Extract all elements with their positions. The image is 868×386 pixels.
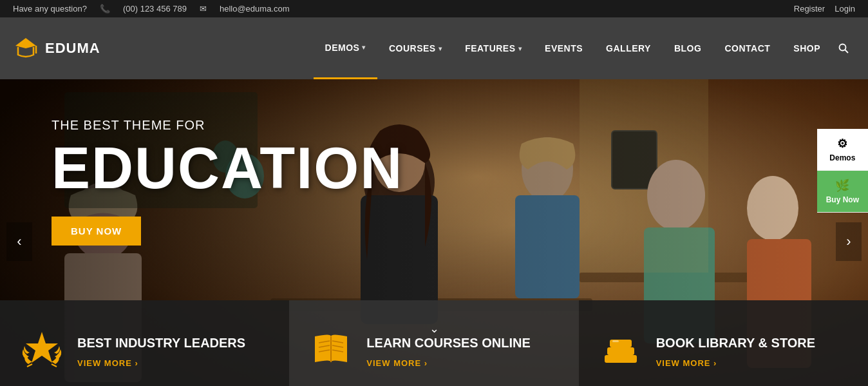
header: EDUMA DEMOS ▾ COURSES ▾ FEATURES ▾ EVENT… bbox=[0, 17, 868, 79]
nav-item-courses[interactable]: COURSES ▾ bbox=[377, 17, 453, 79]
carousel-prev-button[interactable]: ‹ bbox=[6, 222, 32, 261]
nav-item-gallery[interactable]: GALLERY bbox=[594, 17, 663, 79]
main-nav: DEMOS ▾ COURSES ▾ FEATURES ▾ EVENTS GALL… bbox=[314, 17, 855, 79]
nav-item-events[interactable]: EVENTS bbox=[533, 17, 594, 79]
feature-text-leaders: BEST INDUSTRY LEADERS VIEW MORE bbox=[77, 335, 245, 369]
chevron-down-icon: ▾ bbox=[439, 45, 442, 52]
top-bar-right: Register Login bbox=[794, 4, 855, 14]
login-link[interactable]: Login bbox=[835, 4, 855, 14]
demos-side-button[interactable]: ⚙ Demos bbox=[817, 129, 868, 171]
feature-link-courses[interactable]: VIEW MORE bbox=[366, 358, 428, 368]
leaf-icon: 🌿 bbox=[835, 179, 849, 193]
search-button[interactable] bbox=[832, 17, 855, 79]
svg-rect-32 bbox=[607, 347, 634, 355]
register-link[interactable]: Register bbox=[794, 4, 825, 14]
logo-icon bbox=[13, 35, 39, 61]
nav-item-contact[interactable]: CONTACT bbox=[713, 17, 782, 79]
nav-item-demos[interactable]: DEMOS ▾ bbox=[314, 17, 377, 79]
hero-content: THE BEST THEME FOR EDUCATION BUY NOW bbox=[52, 118, 403, 246]
chevron-down-icon: ▾ bbox=[362, 44, 366, 51]
hero-section: THE BEST THEME FOR EDUCATION BUY NOW ‹ ›… bbox=[0, 79, 868, 386]
svg-rect-34 bbox=[612, 340, 619, 342]
top-bar: Have any question? 📞 (00) 123 456 789 ✉ … bbox=[0, 0, 868, 17]
svg-line-3 bbox=[845, 50, 849, 53]
feature-title-courses: LEARN COURSES ONLINE bbox=[366, 335, 530, 351]
library-icon bbox=[598, 327, 643, 377]
feature-link-leaders[interactable]: VIEW MORE bbox=[77, 358, 138, 368]
feature-strip-courses: LEARN COURSES ONLINE VIEW MORE bbox=[289, 300, 578, 386]
courses-icon bbox=[308, 327, 354, 377]
question-text: Have any question? bbox=[13, 4, 87, 14]
buy-now-side-button[interactable]: 🌿 Buy Now bbox=[817, 171, 868, 213]
feature-strips: BEST INDUSTRY LEADERS VIEW MORE bbox=[0, 300, 868, 386]
logo-text: EDUMA bbox=[45, 40, 100, 57]
feature-strip-library: BOOK LIBRARY & STORE VIEW MORE bbox=[579, 300, 868, 386]
search-icon bbox=[838, 43, 849, 53]
top-bar-left: Have any question? 📞 (00) 123 456 789 ✉ … bbox=[13, 4, 290, 14]
side-panel: ⚙ Demos 🌿 Buy Now bbox=[817, 129, 868, 213]
feature-title-leaders: BEST INDUSTRY LEADERS bbox=[77, 335, 245, 351]
svg-point-2 bbox=[840, 44, 846, 51]
email-link[interactable]: hello@eduma.com bbox=[220, 4, 290, 14]
buy-now-side-label: Buy Now bbox=[826, 195, 859, 204]
phone-icon: 📞 bbox=[100, 4, 110, 14]
hero-title: EDUCATION bbox=[52, 139, 403, 197]
buy-now-button[interactable]: BUY NOW bbox=[52, 217, 141, 246]
feature-text-library: BOOK LIBRARY & STORE VIEW MORE bbox=[656, 335, 815, 369]
feature-text-courses: LEARN COURSES ONLINE VIEW MORE bbox=[366, 335, 530, 369]
gear-icon: ⚙ bbox=[837, 137, 847, 151]
svg-rect-31 bbox=[605, 355, 637, 363]
feature-strip-leaders: BEST INDUSTRY LEADERS VIEW MORE bbox=[0, 300, 289, 386]
nav-item-blog[interactable]: BLOG bbox=[663, 17, 713, 79]
feature-link-library[interactable]: VIEW MORE bbox=[656, 358, 717, 368]
phone-link[interactable]: (00) 123 456 789 bbox=[123, 4, 187, 14]
logo[interactable]: EDUMA bbox=[13, 35, 116, 61]
feature-title-library: BOOK LIBRARY & STORE bbox=[656, 335, 815, 351]
email-icon: ✉ bbox=[200, 4, 207, 14]
chevron-down-icon: ▾ bbox=[518, 45, 522, 52]
nav-item-features[interactable]: FEATURES ▾ bbox=[453, 17, 533, 79]
scroll-down-indicator[interactable]: ⌄ bbox=[429, 322, 439, 336]
carousel-next-button[interactable]: › bbox=[836, 222, 862, 261]
hero-subtitle: THE BEST THEME FOR bbox=[52, 118, 403, 133]
svg-marker-24 bbox=[26, 332, 58, 363]
nav-item-shop[interactable]: SHOP bbox=[782, 17, 832, 79]
svg-marker-0 bbox=[15, 38, 36, 48]
demos-side-label: Demos bbox=[829, 153, 855, 162]
leaders-icon bbox=[19, 327, 64, 377]
